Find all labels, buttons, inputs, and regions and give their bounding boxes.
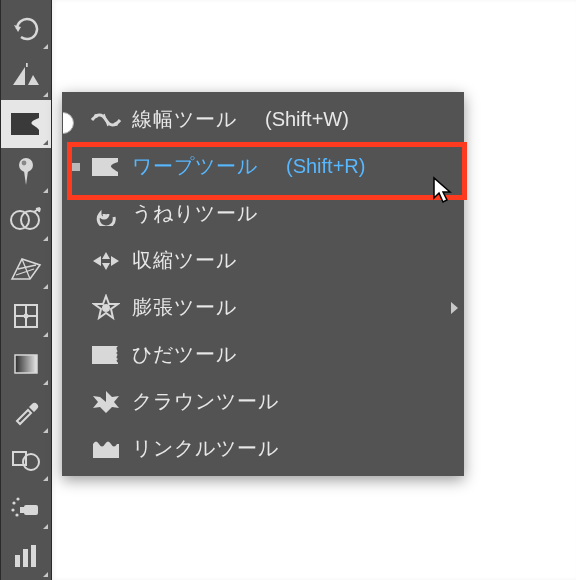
svg-rect-16	[20, 507, 26, 513]
flyout-item-shortcut: (Shift+W)	[265, 108, 349, 131]
bloat-tool-icon	[90, 294, 122, 322]
flyout-item-label: 膨張ツール	[132, 294, 237, 321]
flyout-item-label: リンクルツール	[132, 435, 279, 462]
flyout-item-wrinkle-tool[interactable]: リンクルツール	[62, 425, 464, 472]
pucker-tool-icon	[90, 247, 122, 275]
flyout-item-crystallize-tool[interactable]: クラウンツール	[62, 378, 464, 425]
rotate-tool[interactable]	[1, 4, 51, 52]
column-graph-tool[interactable]	[1, 532, 51, 580]
svg-rect-22	[23, 549, 28, 567]
svg-marker-2	[28, 75, 39, 85]
scallop-tool-icon	[90, 341, 122, 369]
svg-rect-21	[15, 555, 20, 567]
flyout-item-label: ワープツール	[132, 153, 258, 180]
svg-rect-12	[15, 355, 37, 373]
svg-point-18	[16, 497, 19, 500]
svg-point-20	[15, 513, 18, 516]
svg-point-19	[11, 508, 14, 511]
crystallize-tool-icon	[90, 388, 122, 416]
current-marker	[72, 163, 80, 171]
gradient-tool[interactable]	[1, 340, 51, 388]
current-marker	[72, 398, 80, 406]
svg-point-27	[102, 304, 110, 312]
flyout-item-label: ひだツール	[132, 341, 237, 368]
current-marker	[72, 304, 80, 312]
svg-point-17	[12, 501, 15, 504]
svg-marker-0	[14, 25, 21, 32]
flyout-item-bloat-tool[interactable]: 膨張ツール	[62, 284, 464, 331]
current-marker	[72, 116, 80, 124]
svg-point-11	[24, 314, 29, 319]
svg-point-4	[19, 158, 33, 172]
svg-point-25	[114, 122, 118, 126]
width-tool-icon	[90, 106, 122, 134]
svg-point-5	[22, 161, 27, 166]
wrinkle-tool-icon	[90, 435, 122, 463]
svg-point-24	[94, 114, 98, 118]
flyout-item-label: クラウンツール	[132, 388, 279, 415]
current-marker	[72, 210, 80, 218]
flyout-item-label: 収縮ツール	[132, 247, 237, 274]
svg-rect-23	[31, 545, 36, 567]
twirl-tool-icon	[90, 200, 122, 228]
current-marker	[72, 445, 80, 453]
flyout-item-warp-tool[interactable]: ワープツール (Shift+R)	[62, 143, 464, 190]
warp-tool-flyout: 線幅ツール (Shift+W) ワープツール (Shift+R) うねりツール	[62, 92, 464, 476]
current-marker	[72, 351, 80, 359]
submenu-arrow-icon	[451, 302, 458, 314]
flyout-item-pucker-tool[interactable]: 収縮ツール	[62, 237, 464, 284]
svg-rect-3	[26, 63, 28, 67]
svg-rect-15	[24, 505, 38, 515]
reflect-tool[interactable]	[1, 52, 51, 100]
flyout-item-label: 線幅ツール	[132, 106, 237, 133]
flyout-item-label: うねりツール	[132, 200, 258, 227]
flyout-item-twirl-tool[interactable]: うねりツール	[62, 190, 464, 237]
symbol-sprayer-tool[interactable]	[1, 484, 51, 532]
pin-tool[interactable]	[1, 148, 51, 196]
tools-panel	[0, 0, 52, 580]
blend-tool[interactable]	[1, 436, 51, 484]
eyedropper-tool[interactable]	[1, 388, 51, 436]
flyout-item-width-tool[interactable]: 線幅ツール (Shift+W)	[62, 96, 464, 143]
perspective-grid-tool[interactable]	[1, 244, 51, 292]
warp-tool-icon	[90, 153, 122, 181]
shape-builder-tool[interactable]	[1, 196, 51, 244]
flyout-item-shortcut: (Shift+R)	[286, 155, 365, 178]
current-marker	[72, 257, 80, 265]
flyout-item-scallop-tool[interactable]: ひだツール	[62, 331, 464, 378]
warp-tool[interactable]	[1, 100, 51, 148]
mesh-tool[interactable]	[1, 292, 51, 340]
svg-marker-1	[13, 67, 25, 85]
